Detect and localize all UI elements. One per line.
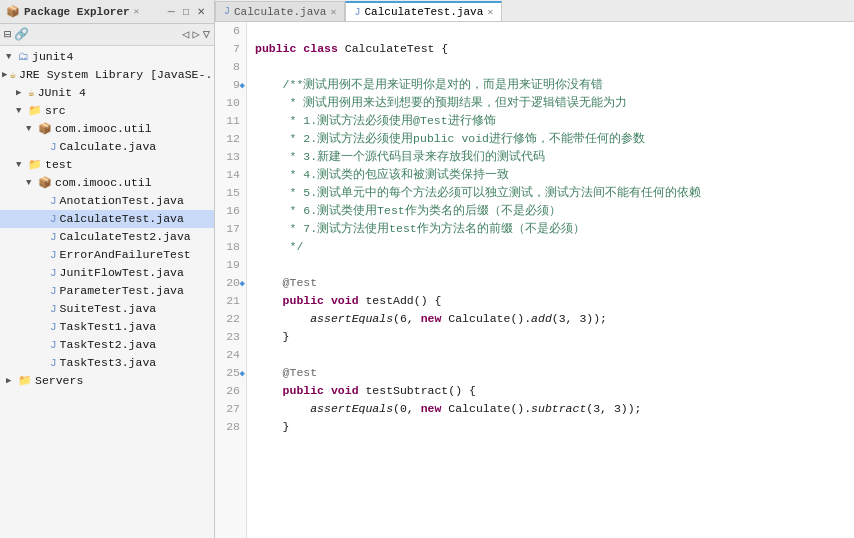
line-num-22: 22 [215, 310, 246, 328]
package-icon: 📦 [6, 5, 20, 18]
tree-item-calculatetest2[interactable]: ▶ J CalculateTest2.java [0, 228, 214, 246]
tree-item-junit4lib[interactable]: ▶ ☕ JUnit 4 [0, 84, 214, 102]
editor-panel: J Calculate.java ✕ J CalculateTest.java … [215, 0, 854, 538]
label-com-imooc-util: com.imooc.util [55, 121, 152, 137]
close-button[interactable]: ✕ [194, 5, 208, 18]
line-num-18: 18 [215, 238, 246, 256]
label-calculatetest: CalculateTest.java [60, 211, 184, 227]
package-explorer-panel: 📦 Package Explorer ✕ ─ □ ✕ ⊟ 🔗 ◁ ▷ ▽ ▼ 🗂… [0, 0, 215, 538]
line-num-9: 9◆ [215, 76, 246, 94]
line-num-25: 25◆ [215, 364, 246, 382]
arrow-task2: ▶ [38, 337, 48, 353]
arrow-parameter: ▶ [38, 283, 48, 299]
label-servers: Servers [35, 373, 83, 389]
label-task2: TaskTest2.java [60, 337, 157, 353]
label-calculate-java: Calculate.java [60, 139, 157, 155]
tab-close-calculate[interactable]: ✕ [330, 6, 336, 18]
tree-item-task2[interactable]: ▶ J TaskTest2.java [0, 336, 214, 354]
tree-item-parameter[interactable]: ▶ J ParameterTest.java [0, 282, 214, 300]
label-test: test [45, 157, 73, 173]
arrow-calculatetest: ▶ [38, 211, 48, 227]
jar-icon-junit4: ☕ [28, 85, 35, 101]
line-num-21: 21 [215, 292, 246, 310]
java-icon-junitflow: J [50, 265, 57, 281]
panel-header: 📦 Package Explorer ✕ ─ □ ✕ [0, 0, 214, 24]
code-line-21: public void testAdd() { [255, 292, 854, 310]
arrow-calculate: ▶ [38, 139, 48, 155]
tree-item-calculatetest[interactable]: ▶ J CalculateTest.java [0, 210, 214, 228]
java-icon-calculatetest2: J [50, 229, 57, 245]
code-line-12: * 2.测试方法必须使用public void进行修饰，不能带任何的参数 [255, 130, 854, 148]
line-num-10: 10 [215, 94, 246, 112]
panel-toolbar: ⊟ 🔗 ◁ ▷ ▽ [0, 24, 214, 46]
line-num-17: 17 [215, 220, 246, 238]
tree-item-task3[interactable]: ▶ J TaskTest3.java [0, 354, 214, 372]
label-junit4lib: JUnit 4 [38, 85, 86, 101]
code-editor[interactable]: 6 7 8 9◆ 10 11 12 13 14 15 16 17 18 19 2… [215, 22, 854, 538]
tree-item-com-imooc-util2[interactable]: ▼ 📦 com.imooc.util [0, 174, 214, 192]
code-line-6 [255, 22, 854, 40]
package-icon-util2: 📦 [38, 175, 52, 191]
tree-item-errorandfailure[interactable]: ▶ J ErrorAndFailureTest [0, 246, 214, 264]
code-content[interactable]: public class CalculateTest { /**测试用例不是用来… [247, 22, 854, 538]
arrow-jre: ▶ [2, 67, 7, 83]
code-line-26: public void testSubtract() { [255, 382, 854, 400]
arrow-servers: ▶ [6, 373, 16, 389]
code-line-16: * 6.测试类使用Test作为类名的后缀（不是必须） [255, 202, 854, 220]
tree-item-anotation[interactable]: ▶ J AnotationTest.java [0, 192, 214, 210]
code-line-9: /**测试用例不是用来证明你是对的，而是用来证明你没有错 [255, 76, 854, 94]
back-icon[interactable]: ◁ [182, 27, 189, 42]
label-junit4: junit4 [32, 49, 73, 65]
forward-icon[interactable]: ▷ [193, 27, 200, 42]
java-icon-calculatetest: J [50, 211, 57, 227]
tree-item-servers[interactable]: ▶ 📁 Servers [0, 372, 214, 390]
label-task3: TaskTest3.java [60, 355, 157, 371]
arrow-junit4: ▼ [6, 49, 16, 65]
collapse-all-icon[interactable]: ⊟ [4, 27, 11, 42]
line-num-19: 19 [215, 256, 246, 274]
arrow-junitflow: ▶ [38, 265, 48, 281]
java-icon-parameter: J [50, 283, 57, 299]
label-parameter: ParameterTest.java [60, 283, 184, 299]
menu-icon[interactable]: ▽ [203, 27, 210, 42]
tree-item-jre[interactable]: ▶ ☕ JRE System Library [JavaSE-... [0, 66, 214, 84]
java-icon-anotation: J [50, 193, 57, 209]
tab-label-calculatetest: CalculateTest.java [364, 6, 483, 18]
arrow-com-imooc-util: ▼ [26, 121, 36, 137]
maximize-button[interactable]: □ [180, 5, 192, 18]
link-editor-icon[interactable]: 🔗 [14, 27, 29, 42]
line-num-11: 11 [215, 112, 246, 130]
java-icon-task2: J [50, 337, 57, 353]
editor-tab-bar: J Calculate.java ✕ J CalculateTest.java … [215, 0, 854, 22]
tree-item-junitflow[interactable]: ▶ J JunitFlowTest.java [0, 264, 214, 282]
code-line-27: assertEquals(0, new Calculate().subtract… [255, 400, 854, 418]
java-icon-errorandfailure: J [50, 247, 57, 263]
tree-item-junit4[interactable]: ▼ 🗂 junit4 [0, 48, 214, 66]
tree-view: ▼ 🗂 junit4 ▶ ☕ JRE System Library [JavaS… [0, 46, 214, 538]
code-line-8 [255, 58, 854, 76]
arrow-anotation: ▶ [38, 193, 48, 209]
line-num-20: 20◆ [215, 274, 246, 292]
label-errorandfailure: ErrorAndFailureTest [60, 247, 191, 263]
tree-item-task1[interactable]: ▶ J TaskTest1.java [0, 318, 214, 336]
tree-item-com-imooc-util[interactable]: ▼ 📦 com.imooc.util [0, 120, 214, 138]
tree-item-calculate-java[interactable]: ▶ J Calculate.java [0, 138, 214, 156]
folder-icon-src: 📁 [28, 103, 42, 119]
code-line-25: @Test [255, 364, 854, 382]
code-line-14: * 4.测试类的包应该和被测试类保持一致 [255, 166, 854, 184]
label-calculatetest2: CalculateTest2.java [60, 229, 191, 245]
line-num-14: 14 [215, 166, 246, 184]
tree-item-src[interactable]: ▼ 📁 src [0, 102, 214, 120]
line-num-26: 26 [215, 382, 246, 400]
tree-item-test[interactable]: ▼ 📁 test [0, 156, 214, 174]
tree-item-suite[interactable]: ▶ J SuiteTest.java [0, 300, 214, 318]
tab-close-calculatetest[interactable]: ✕ [487, 6, 493, 18]
label-src: src [45, 103, 66, 119]
minimize-button[interactable]: ─ [165, 5, 178, 18]
tab-calculate-java[interactable]: J Calculate.java ✕ [215, 1, 345, 21]
code-line-10: * 测试用例用来达到想要的预期结果，但对于逻辑错误无能为力 [255, 94, 854, 112]
tab-calculatetest-java[interactable]: J CalculateTest.java ✕ [345, 1, 502, 21]
line-num-28: 28 [215, 418, 246, 436]
line-num-7: 7 [215, 40, 246, 58]
java-icon-task1: J [50, 319, 57, 335]
